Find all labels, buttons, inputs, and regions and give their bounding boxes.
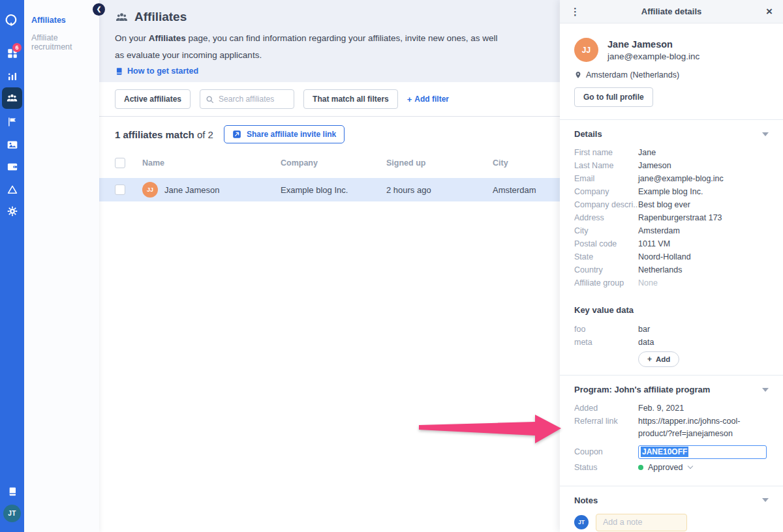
how-to-get-started-link[interactable]: How to get started: [115, 66, 198, 76]
user-avatar[interactable]: JT: [3, 505, 21, 522]
column-header-company[interactable]: Company: [281, 158, 386, 168]
status-dropdown[interactable]: Approved: [648, 463, 692, 472]
search-icon: [206, 95, 214, 106]
referral-link-value[interactable]: https://tapper.inc/johns-cool-product/?r…: [638, 415, 769, 441]
detail-value: Rapenburgerstraat 173: [638, 214, 769, 222]
chevron-down-icon[interactable]: [762, 132, 769, 136]
detail-label: State: [574, 253, 638, 261]
sidebar-item-affiliates[interactable]: [0, 87, 24, 109]
detail-label: Affiliate group: [574, 279, 638, 288]
add-filter-button[interactable]: + Add filter: [407, 95, 449, 104]
sidebar-item-docs[interactable]: [0, 485, 24, 498]
detail-label: Postal code: [574, 240, 638, 248]
image-icon: [7, 139, 18, 151]
notification-badge: 6: [12, 43, 22, 52]
match-mode-button[interactable]: That match all filters: [303, 89, 398, 109]
active-filter-button[interactable]: Active affiliates: [115, 89, 191, 109]
detail-value: Netherlands: [638, 266, 769, 274]
avatar: JJ: [574, 38, 598, 62]
chevron-down-icon[interactable]: [762, 388, 769, 392]
subnav-item-affiliates[interactable]: Affiliates: [31, 16, 99, 25]
detail-value: Best blog ever: [638, 201, 769, 209]
column-header-name[interactable]: Name: [142, 158, 281, 168]
coupon-value-selected: JANE10OFF: [641, 447, 688, 457]
key-value-section: Key value data foobar metadata + Add: [560, 292, 783, 367]
share-icon: [232, 130, 241, 139]
program-section: Program: John's affiliate program AddedF…: [560, 376, 783, 472]
plus-icon: +: [407, 95, 412, 104]
key-value-heading: Key value data: [574, 305, 634, 315]
detail-label: Company: [574, 188, 638, 196]
detail-value: Noord-Holland: [638, 253, 769, 261]
table-header: Name Company Signed up City: [115, 153, 545, 173]
chevron-down-icon[interactable]: [762, 498, 769, 502]
row-checkbox[interactable]: [115, 185, 125, 195]
bar-chart-icon: [7, 70, 18, 82]
close-icon[interactable]: ×: [760, 5, 773, 18]
detail-value: None: [638, 279, 769, 288]
row-signed-up: 2 hours ago: [386, 185, 493, 195]
sidebar-item-assets[interactable]: [0, 138, 24, 151]
detail-label: Country: [574, 266, 638, 274]
chevron-down-icon: [687, 464, 692, 469]
kv-value: bar: [638, 325, 769, 334]
filter-bar: Active affiliates That match all filters…: [115, 89, 560, 109]
kv-key: meta: [574, 338, 638, 347]
program-heading: Program: John's affiliate program: [574, 385, 710, 394]
gear-icon: [7, 205, 18, 217]
table-row[interactable]: JJ Jane Jameson Example blog Inc. 2 hour…: [99, 178, 560, 201]
affiliate-details-panel: ⋮ Affiliate details × JJ Jane Jameson ja…: [560, 0, 783, 532]
subnav-item-affiliate-recruitment[interactable]: Affiliate recruitment: [31, 33, 99, 52]
column-header-signed-up[interactable]: Signed up: [386, 158, 493, 168]
sidebar-item-settings[interactable]: [0, 205, 24, 218]
detail-value: Example blog Inc.: [638, 188, 769, 196]
coupon-input[interactable]: JANE10OFF: [638, 445, 767, 459]
search-box: [200, 89, 294, 109]
added-value: Feb. 9, 2021: [638, 404, 769, 413]
profile-location: Amsterdam (Netherlands): [586, 70, 679, 80]
detail-label: Last Name: [574, 162, 638, 170]
book-icon: [7, 486, 18, 497]
collapse-sidebar-button[interactable]: ❮: [93, 3, 105, 16]
plus-icon: +: [647, 355, 652, 364]
sidebar-item-reports[interactable]: [0, 70, 24, 83]
page-description: On your Affiliates page, you can find in…: [115, 30, 506, 64]
column-header-city[interactable]: City: [493, 158, 545, 168]
row-city: Amsterdam: [493, 185, 560, 195]
add-key-value-button[interactable]: + Add: [638, 351, 679, 367]
panel-title: Affiliate details: [583, 7, 760, 16]
detail-label: First name: [574, 149, 638, 157]
primary-sidebar: 6 JT: [0, 0, 24, 532]
profile-name: Jane Jameson: [607, 39, 699, 50]
triangle-icon: [7, 184, 18, 196]
divider: [99, 116, 560, 117]
share-invite-link-button[interactable]: Share affiliate invite link: [224, 125, 345, 143]
go-to-full-profile-button[interactable]: Go to full profile: [574, 87, 653, 107]
wallet-icon: [7, 161, 18, 173]
main-content: Affiliates On your Affiliates page, you …: [99, 0, 560, 532]
detail-label: Address: [574, 214, 638, 222]
referral-link-label: Referral link: [574, 417, 638, 441]
sidebar-item-payouts[interactable]: [0, 160, 24, 173]
kebab-menu-icon[interactable]: ⋮: [570, 6, 583, 18]
coupon-label: Coupon: [574, 447, 638, 456]
detail-value: jane@example-blog.inc: [638, 175, 769, 183]
sidebar-item-integrations[interactable]: [0, 183, 24, 196]
row-name: Jane Jameson: [164, 185, 220, 195]
notes-section: Notes JT JT Great person!: [560, 486, 783, 532]
profile-section: JJ Jane Jameson jane@example-blog.inc Am…: [560, 23, 783, 107]
status-label: Status: [574, 463, 638, 472]
select-all-checkbox[interactable]: [115, 158, 125, 168]
detail-label: City: [574, 227, 638, 235]
add-note-input[interactable]: [596, 514, 687, 531]
notes-heading: Notes: [574, 495, 598, 505]
kv-key: foo: [574, 325, 638, 334]
sidebar-item-campaigns[interactable]: [0, 115, 24, 128]
detail-value: Jane: [638, 149, 769, 157]
row-company: Example blog Inc.: [281, 185, 386, 195]
book-icon: [115, 67, 123, 76]
app-logo[interactable]: [0, 9, 24, 30]
users-icon: [6, 92, 18, 104]
status-dot-icon: [638, 465, 643, 470]
detail-label: Email: [574, 175, 638, 183]
